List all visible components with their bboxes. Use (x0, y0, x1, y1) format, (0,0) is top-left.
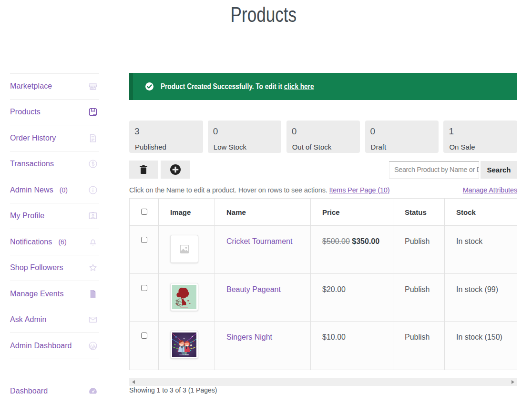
svg-text:SINGERS NIGHT: SINGERS NIGHT (179, 354, 189, 356)
